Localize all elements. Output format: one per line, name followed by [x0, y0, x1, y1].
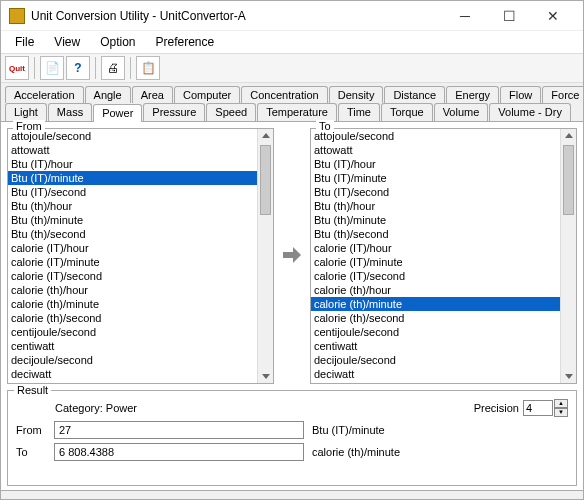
close-button[interactable]: ✕ — [531, 2, 575, 30]
list-item[interactable]: Btu (IT)/hour — [8, 157, 257, 171]
category-value: Power — [106, 402, 137, 414]
result-label: Result — [14, 384, 51, 396]
copy-button[interactable]: 📋 — [136, 56, 160, 80]
tab-power[interactable]: Power — [93, 104, 142, 122]
list-item[interactable]: Btu (IT)/minute — [8, 171, 257, 185]
list-item[interactable]: Btu (IT)/second — [311, 185, 560, 199]
to-value-input[interactable] — [54, 443, 304, 461]
list-item[interactable]: deciwatt — [311, 367, 560, 381]
browse-button[interactable]: 📄 — [40, 56, 64, 80]
tab-speed[interactable]: Speed — [206, 103, 256, 121]
to-listbox[interactable]: attojoule/secondattowattBtu (IT)/hourBtu… — [311, 129, 560, 383]
tab-energy[interactable]: Energy — [446, 86, 499, 103]
list-item[interactable]: calorie (th)/minute — [8, 297, 257, 311]
tab-computer[interactable]: Computer — [174, 86, 240, 103]
menu-view[interactable]: View — [44, 33, 90, 51]
from-label: From — [13, 120, 45, 132]
list-item[interactable]: Btu (th)/hour — [8, 199, 257, 213]
list-item[interactable]: calorie (th)/second — [8, 311, 257, 325]
to-label: To — [316, 120, 334, 132]
to-group: To attojoule/secondattowattBtu (IT)/hour… — [310, 126, 577, 384]
to-unit-label: calorie (th)/minute — [312, 446, 568, 458]
tab-density[interactable]: Density — [329, 86, 384, 103]
tab-volume[interactable]: Volume — [434, 103, 489, 121]
tab-torque[interactable]: Torque — [381, 103, 433, 121]
list-item[interactable]: attowatt — [8, 143, 257, 157]
list-item[interactable]: decijoule/second — [311, 353, 560, 367]
tab-force[interactable]: Force — [542, 86, 584, 103]
list-item[interactable]: attojoule/second — [311, 129, 560, 143]
list-item[interactable]: centijoule/second — [311, 325, 560, 339]
list-item[interactable]: centiwatt — [8, 339, 257, 353]
tab-area[interactable]: Area — [132, 86, 173, 103]
list-item[interactable]: calorie (IT)/minute — [8, 255, 257, 269]
list-item[interactable]: calorie (IT)/hour — [8, 241, 257, 255]
tab-flow[interactable]: Flow — [500, 86, 541, 103]
list-item[interactable]: calorie (th)/hour — [8, 283, 257, 297]
list-item[interactable]: Btu (th)/minute — [311, 213, 560, 227]
menu-file[interactable]: File — [5, 33, 44, 51]
list-item[interactable]: calorie (IT)/minute — [311, 255, 560, 269]
list-item[interactable]: calorie (IT)/second — [311, 269, 560, 283]
list-item[interactable]: Btu (th)/minute — [8, 213, 257, 227]
list-item[interactable]: decijoule/second — [8, 353, 257, 367]
from-value-input[interactable] — [54, 421, 304, 439]
toolbar: Quit 📄 ? 🖨 📋 — [1, 53, 583, 83]
list-item[interactable]: centijoule/second — [8, 325, 257, 339]
list-item[interactable]: Btu (IT)/hour — [311, 157, 560, 171]
list-item[interactable]: calorie (IT)/hour — [311, 241, 560, 255]
scrollbar-thumb[interactable] — [563, 145, 574, 215]
minimize-button[interactable]: ─ — [443, 2, 487, 30]
toolbar-separator — [130, 57, 131, 79]
scrollbar-thumb[interactable] — [260, 145, 271, 215]
list-item[interactable]: centiwatt — [311, 339, 560, 353]
list-item[interactable]: Btu (th)/hour — [311, 199, 560, 213]
from-group: From attojoule/secondattowattBtu (IT)/ho… — [7, 126, 274, 384]
from-unit-label: Btu (IT)/minute — [312, 424, 568, 436]
menu-bar: File View Option Preference — [1, 31, 583, 53]
result-from-label: From — [16, 424, 46, 436]
to-scrollbar[interactable] — [560, 129, 576, 383]
list-item[interactable]: attowatt — [311, 143, 560, 157]
list-item[interactable]: calorie (th)/second — [311, 311, 560, 325]
category-label: Category: — [55, 402, 103, 414]
precision-up[interactable]: ▲ — [554, 399, 568, 408]
tab-acceleration[interactable]: Acceleration — [5, 86, 84, 103]
list-item[interactable]: calorie (th)/minute — [311, 297, 560, 311]
list-item[interactable]: Btu (th)/second — [311, 227, 560, 241]
list-item[interactable]: Btu (th)/second — [8, 227, 257, 241]
quit-button[interactable]: Quit — [5, 56, 29, 80]
menu-option[interactable]: Option — [90, 33, 145, 51]
window-title: Unit Conversion Utility - UnitConvertor-… — [31, 9, 443, 23]
status-bar — [1, 490, 583, 500]
arrow-column — [280, 126, 304, 384]
tab-distance[interactable]: Distance — [384, 86, 445, 103]
tab-temperature[interactable]: Temperature — [257, 103, 337, 121]
from-listbox[interactable]: attojoule/secondattowattBtu (IT)/hourBtu… — [8, 129, 257, 383]
result-group: Result Category: Power Precision ▲ ▼ Fro… — [7, 390, 577, 486]
tab-time[interactable]: Time — [338, 103, 380, 121]
tab-concentration[interactable]: Concentration — [241, 86, 328, 103]
result-to-label: To — [16, 446, 46, 458]
help-button[interactable]: ? — [66, 56, 90, 80]
list-item[interactable]: Btu (IT)/minute — [311, 171, 560, 185]
precision-input[interactable] — [523, 400, 553, 416]
from-scrollbar[interactable] — [257, 129, 273, 383]
category-tabs: AccelerationAngleAreaComputerConcentrati… — [1, 83, 583, 122]
tab-light[interactable]: Light — [5, 103, 47, 121]
list-item[interactable]: calorie (th)/hour — [311, 283, 560, 297]
toolbar-separator — [34, 57, 35, 79]
precision-down[interactable]: ▼ — [554, 408, 568, 417]
list-item[interactable]: attojoule/second — [8, 129, 257, 143]
tab-volume-dry[interactable]: Volume - Dry — [489, 103, 571, 121]
menu-preference[interactable]: Preference — [146, 33, 225, 51]
tab-pressure[interactable]: Pressure — [143, 103, 205, 121]
list-item[interactable]: calorie (IT)/second — [8, 269, 257, 283]
maximize-button[interactable]: ☐ — [487, 2, 531, 30]
tab-mass[interactable]: Mass — [48, 103, 92, 121]
list-item[interactable]: Btu (IT)/second — [8, 185, 257, 199]
print-button[interactable]: 🖨 — [101, 56, 125, 80]
arrow-right-icon — [281, 244, 303, 266]
tab-angle[interactable]: Angle — [85, 86, 131, 103]
list-item[interactable]: deciwatt — [8, 367, 257, 381]
